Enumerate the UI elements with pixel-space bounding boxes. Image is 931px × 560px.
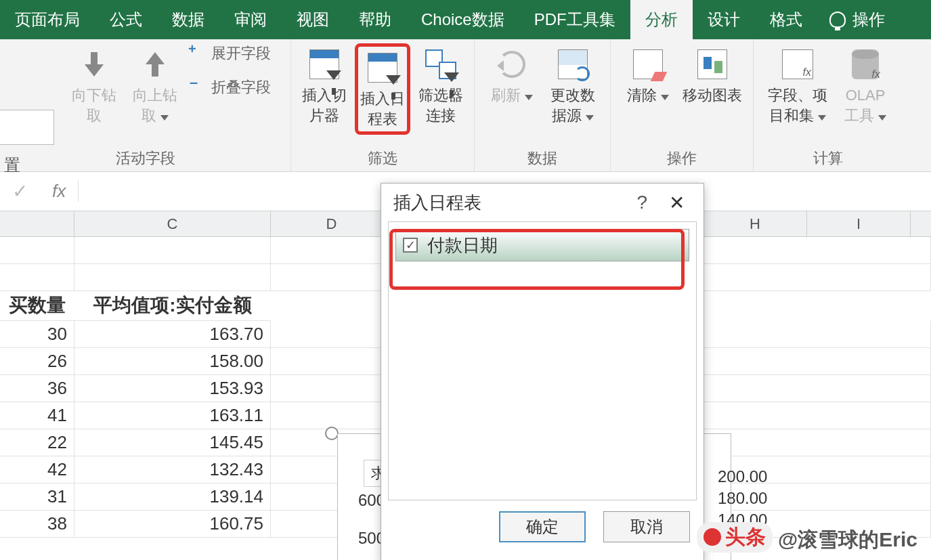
cell[interactable] [271, 321, 393, 347]
insert-slicer-button[interactable]: 插入切片器 [295, 43, 353, 128]
cell[interactable] [271, 375, 393, 402]
group-filter: 插入切片器 插入日程表 筛选器连接 筛选 [291, 39, 475, 171]
formula-confirm-icon[interactable]: ✓ [0, 180, 40, 202]
cell-qty[interactable]: 30 [0, 321, 74, 347]
dialog-field-list: 付款日期 [388, 221, 697, 500]
move-chart-button[interactable]: 移动图表 [678, 43, 746, 108]
cell-amount[interactable]: 132.43 [74, 456, 271, 483]
cell-qty[interactable]: 31 [0, 483, 74, 510]
bulb-icon [829, 12, 846, 28]
refresh-icon [498, 51, 525, 78]
col-header-rest[interactable] [911, 211, 931, 236]
ribbon-body: 置 向下钻取 向上钻取 展开字段 折叠字段 活动字段 [0, 39, 931, 172]
tell-me-search[interactable]: 操作 [817, 0, 897, 39]
cell-qty[interactable]: 41 [0, 402, 74, 429]
dialog-close-button[interactable]: ✕ [662, 192, 691, 214]
cell-qty[interactable]: 42 [0, 456, 74, 483]
pivot-header-amount: 平均值项:实付金额 [74, 291, 271, 321]
clear-icon [633, 49, 663, 79]
collapse-field-button[interactable]: 折叠字段 [191, 77, 271, 98]
group-active-field: 置 向下钻取 向上钻取 展开字段 折叠字段 活动字段 [0, 39, 291, 171]
col-header-h[interactable]: H [703, 211, 807, 236]
olap-tools-button[interactable]: OLAP 工具 [835, 43, 896, 128]
cell[interactable] [271, 348, 393, 374]
drill-down-button[interactable]: 向下钻取 [64, 43, 125, 128]
insert-timeline-button[interactable]: 插入日程表 [355, 43, 410, 135]
filter-connections-icon [425, 49, 456, 79]
refresh-button[interactable]: 刷新 [481, 43, 542, 108]
insert-timeline-dialog: 插入日程表 ? ✕ 付款日期 确定 取消 [381, 183, 704, 560]
cell-qty[interactable]: 26 [0, 348, 74, 374]
dialog-title: 插入日程表 [393, 191, 481, 215]
cell-amount[interactable]: 139.14 [74, 483, 271, 510]
cell-amount[interactable]: 160.75 [74, 511, 271, 537]
tab-choice-data[interactable]: Choice数据 [406, 0, 519, 39]
collapse-icon [191, 81, 204, 94]
cell-amount[interactable]: 163.11 [74, 402, 271, 429]
dialog-cancel-button[interactable]: 取消 [603, 511, 690, 542]
tab-design[interactable]: 设计 [693, 0, 755, 39]
dialog-help-button[interactable]: ? [622, 192, 662, 213]
timeline-field-item[interactable]: 付款日期 [395, 229, 689, 261]
cell-qty[interactable]: 36 [0, 375, 74, 402]
group-calc: 字段、项目和集 OLAP 工具 计算 [754, 39, 903, 171]
tab-data[interactable]: 数据 [157, 0, 219, 39]
field-checkbox[interactable] [403, 238, 418, 253]
group-label: 筛选 [295, 146, 470, 170]
col-header-c[interactable]: C [74, 211, 271, 236]
active-field-name-box[interactable] [0, 110, 54, 145]
slicer-icon [309, 49, 339, 79]
timeline-icon [368, 53, 397, 83]
group-data: 刷新 更改数据源 数据 [475, 39, 611, 171]
group-label: 操作 [618, 146, 746, 170]
tab-pdf-tools[interactable]: PDF工具集 [519, 0, 630, 39]
watermark-icon [703, 528, 721, 546]
tab-page-layout[interactable]: 页面布局 [0, 0, 95, 39]
col-header-b[interactable] [0, 211, 74, 236]
col-header-d[interactable]: D [271, 211, 393, 236]
watermark: 头条 @滚雪球的Eric [697, 522, 917, 554]
fx-icon[interactable]: fx [40, 181, 79, 202]
clear-button[interactable]: 清除 [618, 43, 678, 108]
arrow-up-icon [143, 52, 167, 77]
tab-formulas[interactable]: 公式 [95, 0, 157, 39]
tab-view[interactable]: 视图 [282, 0, 344, 39]
datasource-icon [558, 49, 588, 79]
fields-items-sets-button[interactable]: 字段、项目和集 [760, 43, 835, 128]
filter-connections-button[interactable]: 筛选器连接 [412, 43, 470, 128]
ribbon-tabs: 页面布局 公式 数据 审阅 视图 帮助 Choice数据 PDF工具集 分析 设… [0, 0, 931, 39]
field-settings-label[interactable]: 置 [4, 154, 20, 176]
tab-analyze[interactable]: 分析 [630, 0, 693, 39]
cell-qty[interactable]: 38 [0, 511, 74, 537]
tab-format[interactable]: 格式 [755, 0, 817, 39]
group-actions: 清除 移动图表 操作 [611, 39, 754, 171]
expand-field-button[interactable]: 展开字段 [191, 43, 271, 64]
tab-help[interactable]: 帮助 [344, 0, 406, 39]
cell-amount[interactable]: 153.93 [74, 375, 271, 402]
dialog-ok-button[interactable]: 确定 [499, 511, 586, 542]
cell-amount[interactable]: 163.70 [74, 321, 271, 347]
tab-review[interactable]: 审阅 [219, 0, 282, 39]
drill-up-button[interactable]: 向上钻取 [125, 43, 186, 128]
change-data-source-button[interactable]: 更改数据源 [542, 43, 603, 128]
olap-icon [852, 49, 879, 79]
group-label: 计算 [760, 146, 896, 170]
move-chart-icon [697, 49, 727, 79]
cell-amount[interactable]: 145.45 [74, 429, 271, 456]
arrow-down-icon [82, 52, 106, 77]
cell-amount[interactable]: 158.00 [74, 348, 271, 374]
cell-qty[interactable]: 22 [0, 429, 74, 456]
group-label: 活动字段 [7, 146, 284, 170]
group-label: 数据 [481, 146, 603, 170]
pivot-header-qty: 买数量 [0, 291, 74, 321]
expand-icon [191, 47, 204, 60]
chart-resize-handle[interactable] [325, 427, 339, 440]
tell-me-label: 操作 [852, 9, 885, 30]
field-fx-icon [782, 49, 813, 79]
field-label: 付款日期 [427, 234, 498, 257]
col-header-i[interactable]: I [807, 211, 911, 236]
